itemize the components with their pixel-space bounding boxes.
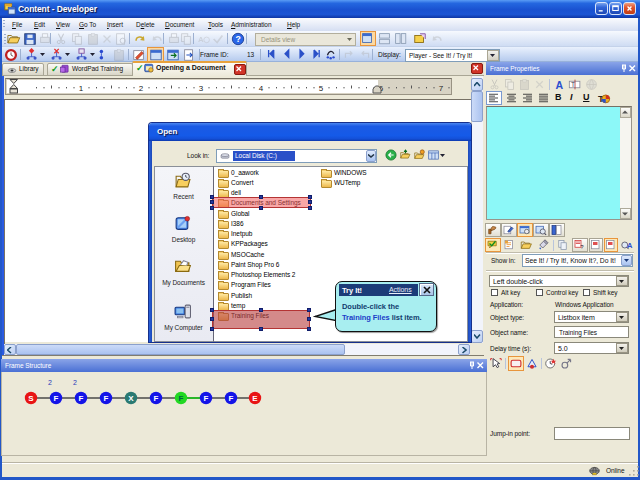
svg-text:A: A	[198, 35, 204, 44]
svg-text:2: 2	[73, 379, 77, 386]
svg-text:F: F	[54, 394, 59, 403]
svg-text:7: 7	[439, 84, 444, 93]
svg-text:T: T	[571, 81, 575, 88]
svg-text:A: A	[555, 79, 563, 91]
svg-text:F: F	[79, 394, 84, 403]
svg-text:S: S	[28, 394, 34, 403]
svg-text:5: 5	[319, 84, 324, 93]
svg-text:3: 3	[199, 84, 204, 93]
svg-text:F: F	[204, 394, 209, 403]
svg-text:1: 1	[79, 84, 84, 93]
svg-text:F: F	[104, 394, 109, 403]
svg-text:2: 2	[48, 379, 52, 386]
svg-text:?: ?	[236, 34, 241, 44]
svg-text:X: X	[128, 394, 134, 403]
svg-text:?: ?	[580, 244, 584, 250]
svg-text:F: F	[229, 394, 234, 403]
svg-text:2: 2	[139, 84, 144, 93]
svg-text:F: F	[179, 394, 184, 403]
svg-text:F: F	[154, 394, 159, 403]
svg-text:4: 4	[259, 84, 264, 93]
svg-text:A: A	[627, 241, 633, 250]
svg-text:E: E	[252, 394, 258, 403]
